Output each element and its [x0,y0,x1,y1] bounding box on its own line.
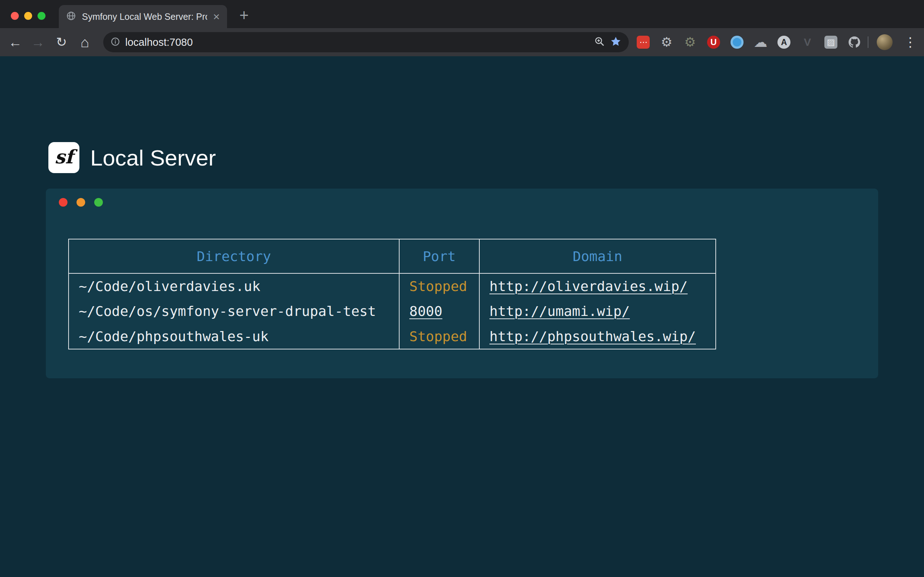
window-close-button[interactable] [11,12,19,20]
table-row: ~/Code/phpsouthwales-uk Stopped http://p… [69,324,716,349]
gear-extension-icon[interactable]: ⚙ [660,36,673,49]
profile-avatar[interactable] [877,34,893,50]
window-zoom-button[interactable] [37,12,45,20]
browser-tab[interactable]: Symfony Local Web Server: Prox × [59,5,227,28]
red-dots-extension-icon[interactable]: ⋯ [637,36,650,49]
tab-strip: Symfony Local Web Server: Prox × + [0,0,924,28]
panel-window-dots [59,198,103,206]
forward-icon[interactable]: → [28,28,48,56]
port-status: Stopped [409,329,467,344]
grid-extension-icon[interactable]: ▨ [824,36,837,49]
zoom-icon[interactable] [594,36,605,48]
back-icon[interactable]: ← [5,28,25,56]
domain-cell: http://phpsouthwales.wip/ [479,324,716,349]
domain-column-header: Domain [479,239,716,273]
domain-cell: http://umami.wip/ [479,298,716,324]
panel-orange-dot [76,198,85,206]
table-row: ~/Code/oliverdavies.uk Stopped http://ol… [69,273,716,298]
tab-close-icon[interactable]: × [213,11,220,23]
v-extension-icon[interactable]: V [801,36,814,49]
domain-link[interactable]: http://oliverdavies.wip/ [489,279,688,294]
table-header-row: Directory Port Domain [69,239,716,273]
browser-toolbar: ← → ↻ ⌂ localhost:7080 ⋯ ⚙ [0,28,924,56]
url-text: localhost:7080 [125,36,589,48]
domain-cell: http://oliverdavies.wip/ [479,273,716,298]
browser-menu-icon[interactable]: ⋮ [901,28,919,56]
toolbar-divider [868,36,868,48]
tab-title: Symfony Local Web Server: Prox [82,11,207,22]
extensions-bar: ⋯ ⚙ ⚙ U ☁ A V ▨ [637,28,861,56]
blue-circle-extension-icon[interactable] [730,36,743,49]
port-cell: 8000 [399,298,479,324]
domain-link[interactable]: http://phpsouthwales.wip/ [489,329,696,344]
servers-table: Directory Port Domain ~/Code/oliverdavie… [68,239,716,350]
page-title: Local Server [90,145,216,171]
directory-cell: ~/Code/os/symfony-server-drupal-test [69,298,399,324]
bookmark-star-icon[interactable] [610,36,622,49]
symfony-logo: sf [48,142,79,173]
port-cell: Stopped [399,273,479,298]
domain-link[interactable]: http://umami.wip/ [489,303,630,319]
port-status: Stopped [409,279,467,294]
port-column-header: Port [399,239,479,273]
a-badge-extension-icon[interactable]: A [777,36,790,49]
window-controls [11,12,45,20]
port-link[interactable]: 8000 [409,303,443,319]
directory-cell: ~/Code/oliverdavies.uk [69,273,399,298]
site-header: sf Local Server [48,142,216,173]
home-icon[interactable]: ⌂ [75,28,95,56]
table-row: ~/Code/os/symfony-server-drupal-test 800… [69,298,716,324]
cloud-extension-icon[interactable]: ☁ [754,36,767,49]
window-minimize-button[interactable] [24,12,32,20]
address-bar[interactable]: localhost:7080 [103,32,629,52]
github-extension-icon[interactable] [848,36,861,49]
port-cell: Stopped [399,324,479,349]
reload-icon[interactable]: ↻ [51,28,71,56]
ublock-extension-icon[interactable]: U [707,36,720,49]
directory-column-header: Directory [69,239,399,273]
directory-cell: ~/Code/phpsouthwales-uk [69,324,399,349]
dark-gear-extension-icon[interactable]: ⚙ [683,36,696,49]
new-tab-button[interactable]: + [234,5,254,25]
page-content: sf Local Server Directory Port Domain [0,56,924,577]
server-panel: Directory Port Domain ~/Code/oliverdavie… [46,189,878,378]
panel-green-dot [94,198,103,206]
panel-red-dot [59,198,68,206]
symfony-logo-text: sf [55,146,73,168]
globe-favicon-icon [66,11,76,23]
site-info-icon[interactable] [110,37,120,48]
